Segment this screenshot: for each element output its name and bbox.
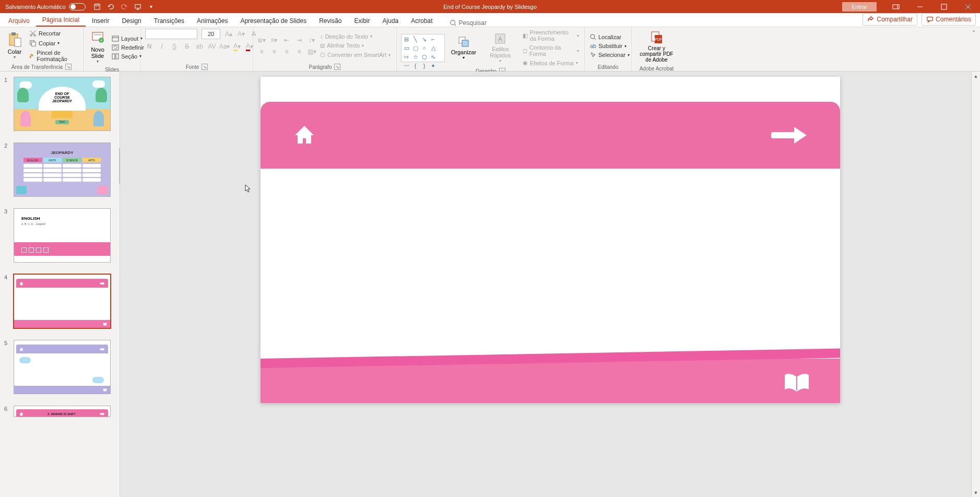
shape-connector-icon[interactable]: ⌐ <box>429 36 437 43</box>
font-launcher[interactable]: ↘ <box>202 64 208 70</box>
sign-in-button[interactable]: Entrar <box>842 2 877 11</box>
font-color-icon[interactable]: A▾ <box>245 42 254 51</box>
italic-icon[interactable]: I <box>158 42 166 51</box>
find-button[interactable]: Localizar <box>589 33 631 41</box>
redo-icon[interactable] <box>120 3 128 11</box>
text-direction-button[interactable]: ↕Direção do Texto▾ <box>319 33 392 40</box>
slide-thumbnail-3[interactable]: ENGLISH A, B, C, D… English! <box>14 208 111 263</box>
shape-hexagon-icon[interactable]: ⬡ <box>420 53 428 61</box>
shadow-icon[interactable]: ab <box>195 42 204 51</box>
align-right-icon[interactable]: ≡ <box>282 48 291 56</box>
home-icon[interactable] <box>292 123 317 148</box>
undo-icon[interactable] <box>107 3 115 11</box>
layout-button[interactable]: Layout▾ <box>111 35 145 42</box>
arrange-button[interactable]: Organizar▾ <box>448 33 479 62</box>
underline-icon[interactable]: S <box>170 42 179 51</box>
adobe-pdf-button[interactable]: PDF Crear y compartir PDF de Adobe <box>636 29 677 65</box>
scroll-down-icon[interactable]: ▼ <box>972 488 980 497</box>
tab-view[interactable]: Exibir <box>348 14 376 27</box>
book-icon[interactable] <box>783 372 811 394</box>
slide-thumbnail-5[interactable] <box>14 340 111 394</box>
shape-line-icon[interactable]: ╲ <box>411 36 419 43</box>
new-slide-button[interactable]: + Novo Slide ▾ <box>88 29 108 66</box>
increase-indent-icon[interactable]: ⇥ <box>295 36 303 44</box>
case-icon[interactable]: Aa▾ <box>220 42 229 51</box>
comments-button[interactable]: Comentários <box>922 13 976 26</box>
svg-rect-3 <box>893 5 899 9</box>
shape-fill-button[interactable]: ◧Preenchimento da Forma▾ <box>522 29 580 42</box>
grow-font-icon[interactable]: A▴ <box>225 30 233 38</box>
ribbon-display-icon[interactable] <box>884 0 908 13</box>
tab-insert[interactable]: Inserir <box>86 14 115 27</box>
numbering-icon[interactable]: ≡▾ <box>270 36 278 44</box>
tab-review[interactable]: Revisão <box>313 14 348 27</box>
slide-canvas[interactable] <box>261 77 840 403</box>
shape-arrow-line-icon[interactable]: ↘ <box>420 36 428 43</box>
shape-outline-button[interactable]: ◻Contorno da Forma▾ <box>522 44 580 57</box>
slide-thumbnail-4[interactable] <box>14 274 111 328</box>
shape-roundrect-icon[interactable]: ▢ <box>411 44 419 52</box>
paragraph-launcher[interactable]: ↘ <box>334 64 340 70</box>
next-arrow-icon[interactable] <box>771 125 809 146</box>
quick-styles-button[interactable]: A Estilos Rápidos▾ <box>482 30 518 65</box>
tab-file[interactable]: Arquivo <box>2 14 36 27</box>
align-center-icon[interactable]: ≡ <box>270 48 278 56</box>
shape-effects-button[interactable]: ◉Efeitos de Forma▾ <box>522 59 580 67</box>
slide-thumbnail-2[interactable]: JEOPARDY ENGLISH MATH SCIENCE ARTS <box>14 143 111 197</box>
convert-smartart-button[interactable]: ⬡Converter em SmartArt▾ <box>319 51 392 59</box>
decrease-indent-icon[interactable]: ⇤ <box>282 36 291 44</box>
shape-arrow-icon[interactable]: ⇨ <box>403 53 410 61</box>
line-spacing-icon[interactable]: ↕▾ <box>308 36 316 44</box>
shape-rect-icon[interactable]: ▭ <box>403 44 410 52</box>
shape-circle-icon[interactable]: ○ <box>420 44 428 52</box>
shape-triangle-icon[interactable]: △ <box>429 44 437 52</box>
maximize-icon[interactable] <box>932 0 956 13</box>
slide-thumbnail-1[interactable]: END OF COURSE JEOPARDY Start <box>14 77 111 131</box>
scroll-up-icon[interactable]: ▲ <box>972 72 980 80</box>
shapes-gallery[interactable]: ⊟ ╲ ↘ ⌐ ▭ ▢ ○ △ ⇨ ☆ ⬡ ∿ 〰 { } ✦ ✧ ▾ <box>401 34 445 62</box>
shape-textbox-icon[interactable]: ⊟ <box>403 36 410 43</box>
share-button[interactable]: Compartilhar <box>863 13 917 26</box>
save-icon[interactable] <box>93 3 101 11</box>
slide-thumbnail-6[interactable]: 2. WHERE IS SHE? <box>14 406 111 417</box>
reset-button[interactable]: Redefinir <box>111 44 145 51</box>
replace-button[interactable]: abSubstituir▾ <box>589 42 631 50</box>
align-text-button[interactable]: ⊟Alinhar Texto▾ <box>319 42 392 50</box>
highlight-icon[interactable]: A▾ <box>233 42 241 51</box>
tab-design[interactable]: Design <box>115 14 147 27</box>
qat-more-icon[interactable]: ▾ <box>147 3 156 11</box>
font-size-input[interactable] <box>202 29 220 39</box>
bullets-icon[interactable]: ≣▾ <box>257 36 266 44</box>
present-from-start-icon[interactable] <box>134 3 142 11</box>
shrink-font-icon[interactable]: A▾ <box>237 30 245 38</box>
select-button[interactable]: Selecionar▾ <box>589 51 631 58</box>
justify-icon[interactable]: ≡ <box>295 48 303 56</box>
slide-thumbnail-panel[interactable]: 1 END OF COURSE JEOPARDY Start 2 JE <box>0 72 120 497</box>
tab-home[interactable]: Página Inicial <box>36 13 86 27</box>
copy-button[interactable]: Copiar▾ <box>28 39 79 48</box>
tab-help[interactable]: Ajuda <box>376 14 405 27</box>
tab-transitions[interactable]: Transições <box>148 14 191 27</box>
align-left-icon[interactable]: ≡ <box>257 48 266 56</box>
tell-me-search[interactable]: Pesquisar <box>450 19 487 27</box>
shape-star-icon[interactable]: ☆ <box>411 53 419 61</box>
clipboard-launcher[interactable]: ↘ <box>65 64 72 70</box>
tab-acrobat[interactable]: Acrobat <box>405 14 439 27</box>
collapse-ribbon-icon[interactable]: ˄ <box>970 29 978 38</box>
strike-icon[interactable]: S <box>183 42 191 51</box>
columns-icon[interactable]: ▥▾ <box>308 48 316 56</box>
format-painter-button[interactable]: Pincel de Formatação <box>28 49 79 63</box>
spacing-icon[interactable]: AV <box>208 42 216 51</box>
shape-curve1-icon[interactable]: ∿ <box>429 53 437 61</box>
vertical-scrollbar[interactable]: ▲ ▼ <box>971 72 980 497</box>
font-name-input[interactable] <box>145 29 197 39</box>
section-button[interactable]: Seção▾ <box>111 53 145 60</box>
minimize-icon[interactable] <box>908 0 932 13</box>
paste-button[interactable]: Colar ▾ <box>4 30 25 62</box>
autosave-toggle[interactable] <box>69 3 86 10</box>
cut-button[interactable]: Recortar <box>28 29 79 38</box>
tab-animations[interactable]: Animações <box>191 14 234 27</box>
bold-icon[interactable]: N <box>145 42 154 51</box>
close-icon[interactable] <box>956 0 980 13</box>
tab-slideshow[interactable]: Apresentação de Slides <box>234 14 313 27</box>
